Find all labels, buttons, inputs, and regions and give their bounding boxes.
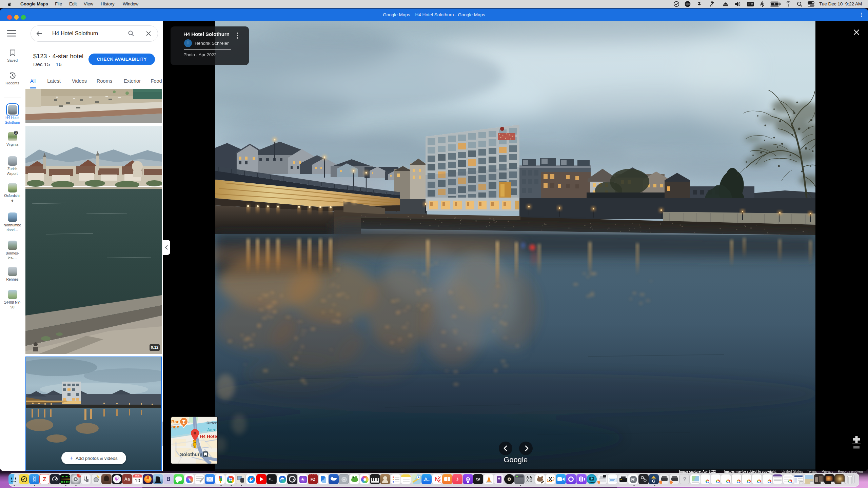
svg-text:nge: nge — [171, 424, 179, 429]
svg-text:H4 Hotel: H4 Hotel — [200, 434, 217, 439]
svg-text:Ritterq: Ritterq — [206, 421, 217, 425]
svg-text:Aare: Aare — [207, 427, 216, 432]
svg-text:Bar: Bar — [171, 419, 179, 424]
svg-text:Solothurn: Solothurn — [180, 452, 202, 457]
